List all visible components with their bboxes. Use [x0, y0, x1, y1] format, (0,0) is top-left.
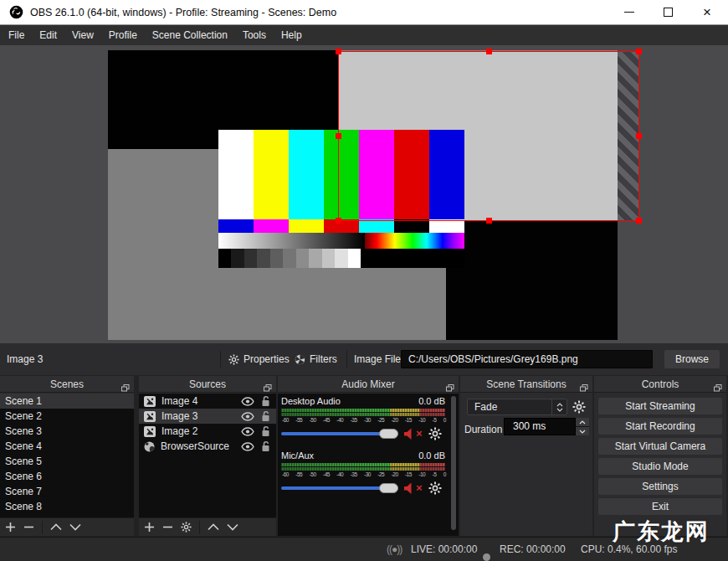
- lock-icon[interactable]: [261, 411, 271, 422]
- scene-list-item[interactable]: Scene 8: [0, 499, 134, 514]
- color-bar: [289, 219, 324, 233]
- sources-header[interactable]: Sources: [139, 376, 276, 393]
- visibility-eye-icon[interactable]: [241, 397, 254, 406]
- source-list-item[interactable]: Image 3: [139, 409, 276, 424]
- audio-mixer-body: Desktop Audio0.0 dB-60-55-50-45-40-35-30…: [278, 394, 459, 536]
- controls-header[interactable]: Controls: [594, 376, 726, 393]
- separator: [220, 351, 221, 368]
- menu-edit[interactable]: Edit: [32, 25, 64, 45]
- add-source-button[interactable]: [144, 522, 155, 533]
- scenes-title: Scenes: [50, 378, 84, 390]
- scene-list-item[interactable]: Scene 7: [0, 484, 134, 499]
- button-settings[interactable]: Settings: [598, 478, 722, 495]
- volume-slider[interactable]: [281, 432, 398, 435]
- visibility-eye-icon[interactable]: [241, 442, 254, 451]
- mute-button[interactable]: ×: [403, 427, 423, 440]
- duration-decrement-button[interactable]: [576, 427, 589, 435]
- add-scene-button[interactable]: [5, 522, 16, 533]
- maximize-button[interactable]: [649, 0, 686, 24]
- volume-slider-handle[interactable]: [379, 429, 398, 439]
- move-source-down-button[interactable]: [227, 523, 238, 531]
- channel-gear-icon[interactable]: [428, 481, 442, 497]
- transition-gear-icon[interactable]: [572, 400, 586, 416]
- source-black-rect-bottomright[interactable]: [446, 221, 618, 340]
- scene-list-item[interactable]: Scene 2: [0, 409, 134, 424]
- combo-arrows[interactable]: [551, 399, 567, 414]
- button-start-recording[interactable]: Start Recording: [598, 418, 722, 435]
- lock-icon[interactable]: [261, 426, 271, 437]
- gray-step: [322, 249, 335, 268]
- button-studio-mode[interactable]: Studio Mode: [598, 458, 722, 475]
- selection-handle-top-center[interactable]: [486, 49, 492, 54]
- selection-handle-bottom-left[interactable]: [336, 218, 341, 224]
- selection-handle-bottom-right[interactable]: [636, 218, 642, 224]
- scene-list-item[interactable]: Scene 6: [0, 469, 134, 484]
- meter-scale: -60-55-50-45-40-35-30-25-20-15-10-50: [281, 417, 445, 424]
- mixer-scrollbar[interactable]: [451, 396, 456, 530]
- image-file-input[interactable]: C:/Users/OBS/Pictures/Grey169B.png: [401, 350, 653, 368]
- gray-step: [244, 249, 257, 268]
- scene-list-item[interactable]: Scene 5: [0, 454, 134, 469]
- scene-list-item[interactable]: Scene 1: [0, 394, 134, 409]
- move-scene-down-button[interactable]: [69, 523, 81, 531]
- gray-step: [296, 249, 309, 268]
- audio-mixer-header[interactable]: Audio Mixer: [278, 376, 459, 393]
- selection-handle-middle-right[interactable]: [636, 133, 642, 139]
- menu-profile[interactable]: Profile: [101, 25, 145, 45]
- scene-transitions-body: Fade Duration 300 ms: [460, 394, 592, 536]
- channel-name: Mic/Aux: [281, 450, 314, 461]
- menu-scene-collection[interactable]: Scene Collection: [145, 25, 235, 45]
- selection-handle-top-left[interactable]: [336, 49, 341, 54]
- scene-list-item[interactable]: Scene 4: [0, 439, 134, 454]
- scene-transitions-header[interactable]: Scene Transitions: [460, 376, 592, 393]
- filters-button[interactable]: Filters: [295, 343, 337, 375]
- mixer-channel-desktop-audio: Desktop Audio0.0 dB-60-55-50-45-40-35-30…: [281, 396, 445, 440]
- menu-help[interactable]: Help: [274, 25, 310, 45]
- source-properties-gear-icon[interactable]: [181, 522, 192, 533]
- source-list-item[interactable]: Image 2: [139, 424, 276, 439]
- separator: [42, 521, 43, 534]
- color-bar: [324, 219, 359, 233]
- lock-icon[interactable]: [261, 441, 271, 452]
- volume-slider[interactable]: [281, 486, 398, 490]
- source-list-item[interactable]: BrowserSource: [139, 439, 276, 454]
- lock-icon[interactable]: [261, 396, 271, 407]
- menu-tools[interactable]: Tools: [235, 25, 274, 45]
- transition-select[interactable]: Fade: [467, 399, 567, 415]
- color-bars-secondary: [218, 219, 464, 233]
- scenes-header[interactable]: Scenes: [0, 376, 134, 393]
- menu-view[interactable]: View: [64, 25, 101, 45]
- move-source-up-button[interactable]: [208, 523, 219, 531]
- scene-name: Scene 3: [5, 425, 42, 437]
- visibility-eye-icon[interactable]: [241, 427, 254, 436]
- remove-scene-button[interactable]: [23, 522, 34, 533]
- selection-rectangle[interactable]: [338, 51, 639, 221]
- close-button[interactable]: ×: [688, 0, 726, 24]
- button-start-virtual-camera[interactable]: Start Virtual Camera: [598, 438, 722, 455]
- preview-area[interactable]: [0, 45, 728, 343]
- remove-source-button[interactable]: [162, 522, 173, 533]
- source-list-item[interactable]: Image 4: [139, 394, 276, 409]
- minimize-button[interactable]: [611, 0, 648, 24]
- mute-button[interactable]: ×: [403, 481, 423, 494]
- button-start-streaming[interactable]: Start Streaming: [598, 398, 722, 414]
- color-bar: [394, 219, 429, 233]
- gear-icon: [228, 354, 239, 365]
- duration-input[interactable]: 300 ms: [504, 418, 576, 435]
- selection-handle-bottom-center[interactable]: [486, 218, 492, 224]
- scene-list-item[interactable]: Scene 3: [0, 424, 134, 439]
- channel-gear-icon[interactable]: [428, 427, 442, 443]
- duration-increment-button[interactable]: [576, 418, 589, 427]
- scene-name: Scene 5: [5, 455, 42, 467]
- move-scene-up-button[interactable]: [50, 523, 62, 531]
- source-name: Image 2: [161, 425, 241, 437]
- visibility-eye-icon[interactable]: [241, 412, 254, 421]
- selection-handle-top-right[interactable]: [636, 49, 642, 54]
- button-exit[interactable]: Exit: [598, 498, 722, 515]
- browse-button[interactable]: Browse: [664, 350, 720, 368]
- menu-file[interactable]: File: [1, 25, 32, 45]
- volume-slider-handle[interactable]: [379, 483, 398, 493]
- selection-handle-middle-left[interactable]: [336, 133, 341, 139]
- properties-button[interactable]: Properties: [228, 343, 290, 375]
- grayscale-steps: [218, 249, 361, 268]
